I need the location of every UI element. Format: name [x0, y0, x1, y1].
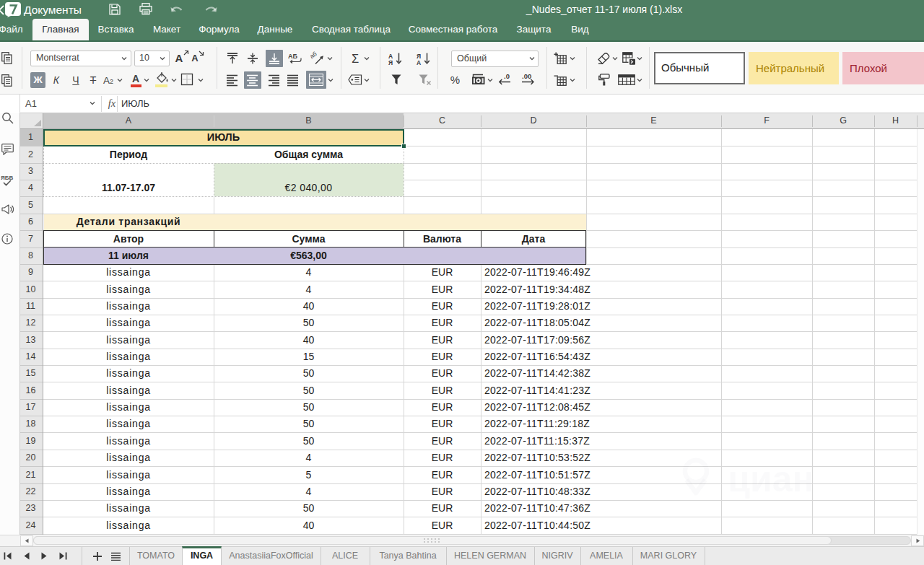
svg-text:А: А [417, 59, 421, 66]
svg-text:.00: .00 [522, 73, 531, 80]
svg-text:Я: Я [388, 59, 393, 66]
svg-text:аб: аб [310, 51, 318, 60]
svg-text:.0: .0 [504, 73, 510, 80]
svg-text:ЯБВ: ЯБВ [1, 175, 14, 181]
svg-text:АБ: АБ [288, 53, 297, 60]
